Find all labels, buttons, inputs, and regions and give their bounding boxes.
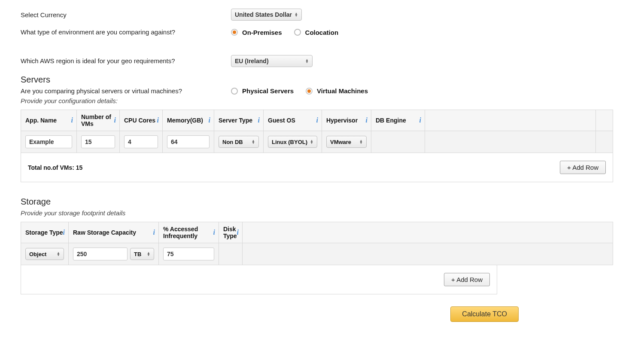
env-radio-colocation-label: Colocation (305, 29, 339, 36)
col-db-engine: DB Engine (376, 117, 406, 124)
storage-header-row: Storage Typei Raw Storage Capacityi % Ac… (21, 222, 613, 243)
add-row-button[interactable]: + Add Row (560, 161, 606, 174)
info-icon[interactable]: i (419, 116, 421, 124)
col-server-type: Server Type (219, 117, 252, 124)
server-type-select[interactable]: Non DB ▲▼ (219, 136, 259, 148)
radio-icon (231, 88, 238, 95)
server-radio-physical-label: Physical Servers (242, 87, 294, 95)
col-raw-capacity: Raw Storage Capacity (73, 229, 136, 236)
storage-table-footer: + Add Row (21, 265, 497, 294)
env-compare-label: What type of environment are you compari… (21, 28, 231, 36)
chevron-updown-icon: ▲▼ (295, 12, 298, 17)
guest-os-select-value: Linux (BYOL) (272, 139, 307, 145)
capacity-unit-select[interactable]: TB ▲▼ (130, 248, 154, 260)
hypervisor-select[interactable]: VMware ▲▼ (326, 136, 367, 148)
storage-table: Storage Typei Raw Storage Capacityi % Ac… (21, 222, 613, 265)
memory-input[interactable] (167, 135, 210, 148)
storage-type-select-value: Object (29, 251, 46, 257)
info-icon[interactable]: i (71, 116, 73, 124)
radio-icon (294, 29, 301, 36)
chevron-updown-icon: ▲▼ (359, 140, 363, 144)
storage-heading: Storage (21, 197, 623, 207)
info-icon[interactable]: i (63, 229, 65, 236)
total-vms-label: Total no.of VMs: (28, 164, 74, 171)
config-details-text: Provide your configuration details: (21, 97, 623, 104)
servers-table-footer: Total no.of VMs: 15 + Add Row (21, 153, 613, 182)
info-icon[interactable]: i (157, 116, 159, 124)
col-storage-type: Storage Type (25, 229, 63, 236)
chevron-updown-icon: ▲▼ (310, 140, 313, 144)
info-icon[interactable]: i (258, 116, 260, 124)
app-name-input[interactable] (25, 135, 72, 148)
currency-select-value: United States Dollar (235, 11, 292, 18)
radio-icon (231, 29, 238, 36)
storage-type-select[interactable]: Object ▲▼ (25, 248, 64, 260)
col-hypervisor: Hypervisor (326, 117, 358, 124)
calculate-tco-button[interactable]: Calculate TCO (450, 306, 519, 322)
hypervisor-select-value: VMware (330, 139, 351, 145)
chevron-updown-icon: ▲▼ (305, 59, 309, 63)
info-icon[interactable]: i (213, 229, 215, 236)
region-select[interactable]: EU (Ireland) ▲▼ (231, 55, 313, 67)
table-row: Object ▲▼ TB ▲▼ (21, 243, 613, 265)
env-radio-onprem[interactable]: On-Premises (231, 29, 282, 36)
chevron-updown-icon: ▲▼ (57, 252, 60, 256)
server-radio-virtual[interactable]: Virtual Machines (306, 87, 368, 95)
num-vms-input[interactable] (81, 135, 115, 148)
info-icon[interactable]: i (237, 229, 239, 236)
col-app-name: App. Name (25, 117, 57, 124)
server-type-select-value: Non DB (222, 139, 243, 145)
add-row-button[interactable]: + Add Row (444, 273, 490, 286)
servers-table: App. Namei Number of VMsi CPU Coresi Mem… (21, 110, 613, 153)
info-icon[interactable]: i (153, 229, 155, 236)
info-icon[interactable]: i (209, 116, 210, 124)
server-radio-physical[interactable]: Physical Servers (231, 87, 294, 95)
capacity-unit-select-value: TB (134, 251, 141, 257)
server-radio-virtual-label: Virtual Machines (317, 87, 368, 95)
total-vms-value: 15 (76, 164, 83, 171)
table-row: Non DB ▲▼ Linux (BYOL) ▲▼ VMware ▲▼ (21, 131, 613, 153)
guest-os-select[interactable]: Linux (BYOL) ▲▼ (268, 136, 317, 148)
info-icon[interactable]: i (114, 116, 116, 124)
chevron-updown-icon: ▲▼ (147, 252, 150, 256)
pct-infrequent-input[interactable] (163, 248, 214, 260)
currency-label: Select Currency (21, 11, 231, 18)
server-type-question: Are you comparing physical servers or vi… (21, 87, 231, 95)
storage-details-text: Provide your storage footprint details (21, 209, 623, 217)
cpu-cores-input[interactable] (124, 135, 158, 148)
radio-icon (306, 88, 313, 95)
col-memory: Memory(GB) (167, 117, 203, 124)
servers-heading: Servers (21, 75, 623, 85)
col-cpu-cores: CPU Cores (124, 117, 155, 124)
servers-header-row: App. Namei Number of VMsi CPU Coresi Mem… (21, 110, 613, 131)
col-pct-infrequent: % Accessed Infrequently (163, 226, 198, 239)
col-disk-type: Disk Type (223, 226, 237, 239)
info-icon[interactable]: i (316, 116, 318, 124)
col-guest-os: Guest OS (268, 117, 295, 124)
env-radio-onprem-label: On-Premises (242, 29, 282, 36)
capacity-value-input[interactable] (73, 248, 128, 260)
region-label: Which AWS region is ideal for your geo r… (21, 57, 231, 64)
env-radio-colocation[interactable]: Colocation (294, 29, 339, 36)
chevron-updown-icon: ▲▼ (252, 140, 255, 144)
info-icon[interactable]: i (366, 116, 368, 124)
currency-select[interactable]: United States Dollar ▲▼ (231, 9, 302, 21)
col-num-vms: Number of VMs (81, 113, 111, 127)
region-select-value: EU (Ireland) (235, 58, 269, 64)
